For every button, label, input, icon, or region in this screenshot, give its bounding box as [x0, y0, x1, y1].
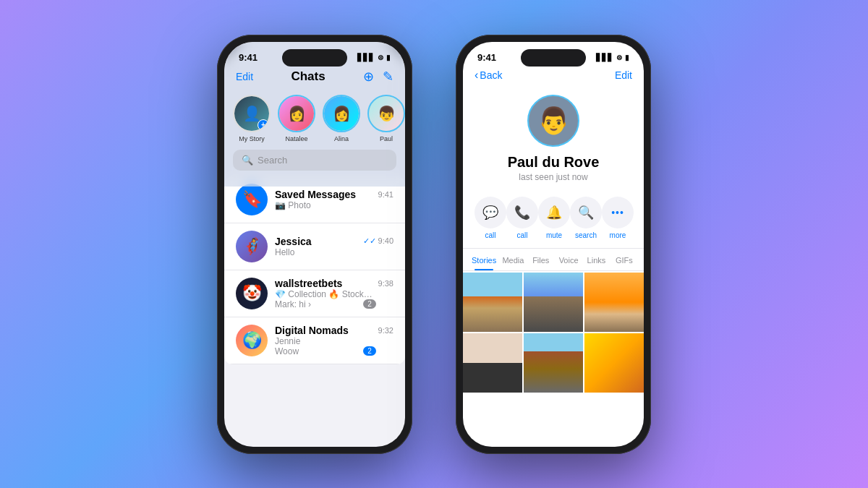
search-bar[interactable]: 🔍 Search [233, 150, 396, 171]
chat-item-digital-nomads[interactable]: 🌍 Digital Nomads 9:32 Jennie Woow 2 [224, 317, 405, 364]
chat-preview-wsb2: Mark: hi › 2 [275, 299, 376, 309]
tab-gifs[interactable]: GIFs [610, 249, 638, 270]
back-label: Back [480, 69, 502, 81]
add-story-badge: + [258, 119, 269, 131]
chat-content-wsb: wallstreetbets 9:38 💎 Collection 🔥 Stock… [275, 278, 393, 309]
chat-time-saved: 9:41 [378, 190, 393, 199]
tab-voice[interactable]: Voice [555, 249, 582, 270]
alina-face: 👩 [324, 96, 359, 131]
chat-list: 🔖 Saved Messages 9:41 📷 Photo 🦸‍♀️ Jessi… [224, 176, 405, 364]
profile-edit-button[interactable]: Edit [615, 69, 632, 81]
chat-top-wsb: wallstreetbets 9:38 [275, 278, 393, 289]
back-button[interactable]: ‹ Back [475, 69, 502, 82]
signal-icon-right: ▋▋▋ [596, 53, 613, 61]
action-mute[interactable]: 🔔 mute [538, 197, 570, 239]
chat-name-dn: Digital Nomads [275, 325, 349, 336]
media-cell-6[interactable] [584, 333, 644, 393]
status-icons-left: ▋▋▋ ⊜ ▮ [357, 53, 391, 61]
dn-woow-preview: Woow [275, 346, 299, 356]
story-item-paul[interactable]: 👦 Paul [367, 95, 405, 142]
chat-item-jessica[interactable]: 🦸‍♀️ Jessica ✓✓ 9:40 Hello [224, 223, 405, 270]
media-cell-2[interactable] [524, 273, 583, 332]
chat-preview-dn1: Jennie [275, 336, 376, 346]
media-cell-4[interactable] [463, 333, 522, 393]
tab-media[interactable]: Media [499, 249, 527, 270]
action-more[interactable]: ••• more [602, 197, 634, 239]
profile-avatar-wrap: 👨 [463, 87, 644, 151]
search-placeholder: Search [258, 155, 287, 166]
edit-button[interactable]: Edit [236, 71, 253, 82]
chat-name-saved: Saved Messages [275, 189, 356, 200]
dn-avatar: 🌍 [236, 325, 268, 356]
media-grid [463, 273, 644, 393]
search-action-icon: 🔍 [570, 197, 602, 228]
tab-files[interactable]: Files [527, 249, 555, 270]
story-avatar-paul: 👦 [367, 95, 405, 132]
profile-name: Paul du Rove [463, 151, 644, 172]
story-avatar-alina: 👩 [323, 95, 360, 132]
chat-top-dn: Digital Nomads 9:32 [275, 325, 393, 336]
chat-name-jessica: Jessica [275, 236, 312, 247]
wifi-icon: ⊜ [378, 53, 383, 61]
signal-icon: ▋▋▋ [357, 53, 375, 61]
chat-time-jessica: ✓✓ 9:40 [363, 236, 393, 246]
more-icon: ••• [602, 197, 634, 228]
chat-time-dn: 9:32 [378, 326, 393, 335]
tab-links[interactable]: Links [582, 249, 610, 270]
chats-nav-bar: Edit Chats ⊕ ✎ [224, 66, 405, 90]
action-call[interactable]: 📞 call [506, 197, 538, 239]
story-label-mystory: My Story [239, 135, 265, 142]
chat-name-wsb: wallstreetbets [275, 278, 342, 289]
tab-stories[interactable]: Stories [469, 249, 499, 270]
nav-action-icons: ⊕ ✎ [363, 69, 393, 85]
chat-time-wsb: 9:38 [378, 279, 393, 288]
battery-icon-right: ▮ [625, 53, 629, 61]
chat-top-saved: Saved Messages 9:41 [275, 189, 393, 200]
story-item-alina[interactable]: 👩 Alina [323, 95, 360, 142]
profile-status: last seen just now [463, 172, 644, 191]
dn-badge: 2 [363, 346, 376, 356]
chat-item-wsb[interactable]: 🤡 wallstreetbets 9:38 💎 Collection 🔥 Sto… [224, 270, 405, 317]
story-item-natalee[interactable]: 👩 Natalee [278, 95, 315, 142]
wsb-badge: 2 [363, 299, 376, 309]
story-item-mystory[interactable]: 👤 + My Story [233, 95, 271, 142]
message-icon: 💬 [475, 197, 506, 228]
media-cell-3[interactable] [584, 273, 644, 332]
mute-icon: 🔔 [538, 197, 570, 228]
story-label-natalee: Natalee [285, 135, 307, 142]
wifi-icon-right: ⊜ [616, 53, 622, 61]
paul-face: 👦 [369, 96, 404, 131]
search-icon: 🔍 [242, 155, 253, 166]
action-search[interactable]: 🔍 search [570, 197, 602, 239]
wsb-avatar: 🤡 [236, 278, 268, 309]
more-label: more [610, 231, 626, 239]
chat-preview-wsb1: 💎 Collection 🔥 Stocks 🤡 Memes... [275, 289, 376, 299]
chat-preview-dn2: Woow 2 [275, 346, 376, 356]
media-cell-1[interactable] [463, 273, 522, 332]
call-label: call [516, 231, 527, 239]
new-group-icon[interactable]: ⊕ [363, 69, 374, 85]
call-icon: 📞 [506, 197, 538, 228]
wsb-mark-preview: Mark: hi › [275, 299, 311, 309]
chat-content-dn: Digital Nomads 9:32 Jennie Woow 2 [275, 325, 393, 356]
status-time-left: 9:41 [239, 52, 258, 63]
status-time-right: 9:41 [477, 52, 496, 63]
dynamic-island [282, 49, 347, 67]
left-phone: 9:41 ▋▋▋ ⊜ ▮ Edit Chats ⊕ ✎ [217, 35, 412, 454]
status-icons-right: ▋▋▋ ⊜ ▮ [596, 53, 629, 61]
compose-icon[interactable]: ✎ [383, 69, 393, 85]
profile-nav: ‹ Back Edit [463, 66, 644, 87]
mute-label: mute [546, 231, 562, 239]
natalee-face: 👩 [279, 96, 314, 131]
action-message[interactable]: 💬 call [475, 197, 506, 239]
chat-content-jessica: Jessica ✓✓ 9:40 Hello [275, 236, 393, 257]
chats-title: Chats [291, 69, 325, 84]
media-cell-5[interactable] [524, 333, 583, 393]
story-label-paul: Paul [380, 135, 393, 142]
story-avatar-mystory: 👤 + [233, 95, 271, 132]
chat-content-saved: Saved Messages 9:41 📷 Photo [275, 189, 393, 210]
double-check-icon: ✓✓ [363, 236, 376, 245]
chat-preview-saved: 📷 Photo [275, 200, 376, 210]
search-label: search [575, 231, 597, 239]
stories-row: 👤 + My Story 👩 Natalee 👩 Alina [224, 90, 405, 150]
